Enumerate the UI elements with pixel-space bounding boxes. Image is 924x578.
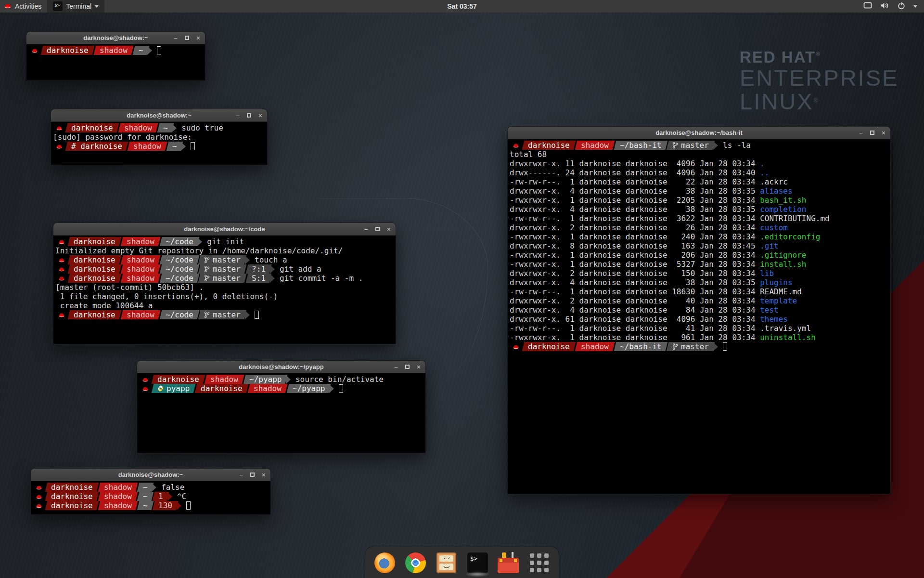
firefox-icon[interactable] xyxy=(373,551,396,574)
prompt-segment-path: ~ xyxy=(132,46,149,55)
window-titlebar[interactable]: darknoise@shadow:~ −× xyxy=(51,109,267,122)
output-line: drwxrwxr-x. 11 darknoise darknoise 4096 … xyxy=(510,159,890,168)
close-button[interactable]: × xyxy=(196,35,200,41)
maximize-button[interactable] xyxy=(375,227,380,231)
maximize-button[interactable] xyxy=(247,113,251,118)
terminal-window-home: darknoise@shadow:~ −× darknoiseshadow~ xyxy=(26,31,205,81)
terminal-content[interactable]: darknoiseshadow~sudo true[sudo] password… xyxy=(51,122,267,164)
close-button[interactable]: × xyxy=(258,112,262,119)
minimize-button[interactable]: − xyxy=(174,35,178,41)
maximize-button[interactable] xyxy=(405,365,410,369)
terminal-window-bash-it: darknoise@shadow:~/bash-it −× darknoises… xyxy=(507,126,891,494)
chrome-icon[interactable] xyxy=(404,551,427,574)
prompt-segment-path: ~ xyxy=(137,483,153,492)
minimize-button[interactable]: − xyxy=(239,472,243,478)
terminal-window-pyapp: darknoise@shadow:~/pyapp −× darknoisesha… xyxy=(137,360,426,453)
window-title: darknoise@shadow:~/bash-it xyxy=(508,129,890,136)
minimize-button[interactable]: − xyxy=(394,364,398,370)
redhat-icon xyxy=(55,266,67,272)
file-name: aliases xyxy=(760,186,792,196)
prompt-segment-path: ~/pyapp xyxy=(243,375,287,384)
terminal-icon[interactable]: $> xyxy=(466,551,489,574)
toolbox-icon[interactable] xyxy=(497,551,520,574)
prompt-segment-user: # darknoise xyxy=(65,142,128,151)
prompt-segment-host: shadow xyxy=(128,142,167,151)
output-line: drwx------. 24 darknoise darknoise 4096 … xyxy=(510,168,890,177)
file-name: .. xyxy=(760,168,769,177)
dock: $> xyxy=(365,547,559,578)
minimize-button[interactable]: − xyxy=(236,112,240,119)
clock[interactable]: Sat 03:57 xyxy=(447,2,476,10)
prompt-segment-path: ~/code xyxy=(159,237,199,246)
prompt-segment-user: darknoise xyxy=(45,483,99,492)
window-titlebar[interactable]: darknoise@shadow:~/code −× xyxy=(53,223,396,236)
redhat-brand-logo: RED HAT® ENTERPRISE LINUX® xyxy=(740,48,898,114)
prompt-segment-path: ~/bash-it xyxy=(614,141,667,150)
window-title: darknoise@shadow:~ xyxy=(31,471,270,478)
terminal-cursor xyxy=(191,142,195,150)
display-icon[interactable] xyxy=(863,2,872,11)
close-button[interactable]: × xyxy=(417,364,421,370)
activities-button[interactable]: Activities xyxy=(0,0,47,13)
file-name: README.md xyxy=(760,287,802,296)
system-tray[interactable] xyxy=(863,0,924,13)
volume-icon[interactable] xyxy=(880,2,889,11)
app-grid-icon[interactable] xyxy=(528,551,551,574)
app-menu[interactable]: $> Terminal xyxy=(47,0,104,13)
window-titlebar[interactable]: darknoise@shadow:~/pyapp −× xyxy=(137,361,425,373)
prompt-segment-host: shadow xyxy=(120,255,160,264)
window-titlebar[interactable]: darknoise@shadow:~/bash-it −× xyxy=(508,127,890,139)
prompt-segment-path: ~/code xyxy=(159,255,199,264)
minimize-button[interactable]: − xyxy=(364,226,368,233)
prompt-segment-user: darknoise xyxy=(68,274,121,283)
files-icon[interactable] xyxy=(435,551,458,574)
prompt-line: darknoiseshadow~/codemaster?:1git add a xyxy=(55,264,395,274)
close-button[interactable]: × xyxy=(262,472,266,478)
prompt-segment-user: darknoise xyxy=(45,501,99,510)
prompt-segment-venv: pyapp xyxy=(152,384,196,393)
power-icon[interactable] xyxy=(898,2,905,11)
app-menu-label: Terminal xyxy=(66,2,91,10)
terminal-content[interactable]: darknoiseshadow~/pyappsource bin/activat… xyxy=(138,374,425,452)
redhat-icon xyxy=(55,312,67,318)
close-button[interactable]: × xyxy=(882,130,886,136)
registered-mark: ® xyxy=(816,51,821,57)
registered-mark: ® xyxy=(813,97,819,104)
redhat-icon xyxy=(33,485,45,490)
file-name: .git xyxy=(760,241,779,250)
terminal-content[interactable]: darknoiseshadow~falsedarknoiseshadow~1^C… xyxy=(31,482,270,514)
prompt-line: darknoiseshadow~/bash-itmaster xyxy=(510,342,890,351)
close-button[interactable]: × xyxy=(387,226,391,233)
output-line: drwxrwxr-x. 4 darknoise darknoise 38 Jan… xyxy=(510,205,890,214)
command-text: git commit -a -m . xyxy=(280,274,363,283)
window-title: darknoise@shadow:~/pyapp xyxy=(137,363,425,370)
prompt-line: darknoiseshadow~/codegit init xyxy=(55,237,395,246)
prompt-line: darknoiseshadow~ xyxy=(28,46,205,55)
prompt-segment-path: ~ xyxy=(166,142,182,151)
prompt-segment-host: shadow xyxy=(118,123,158,132)
file-name: template xyxy=(760,296,797,305)
prompt-segment-path: ~/bash-it xyxy=(614,342,667,351)
window-titlebar[interactable]: darknoise@shadow:~ −× xyxy=(26,32,205,44)
prompt-segment-branch: master xyxy=(198,264,247,274)
minimize-button[interactable]: − xyxy=(859,130,863,136)
maximize-button[interactable] xyxy=(250,473,255,477)
terminal-content[interactable]: darknoiseshadow~/codegit initInitialized… xyxy=(54,236,395,343)
terminal-content[interactable]: darknoiseshadow~ xyxy=(27,45,205,80)
maximize-button[interactable] xyxy=(185,36,189,40)
top-bar: Activities $> Terminal Sat 03:57 xyxy=(0,0,924,13)
chevron-down-icon[interactable] xyxy=(913,5,917,8)
output-line: create mode 100644 a xyxy=(55,301,395,310)
command-text: git init xyxy=(207,237,244,246)
prompt-line: darknoiseshadow~130 xyxy=(33,501,270,510)
output-line: -rw-rw-r--. 1 darknoise darknoise 41 Jan… xyxy=(510,324,890,333)
redhat-icon xyxy=(139,377,151,382)
file-name: CONTRIBUTING.md xyxy=(760,214,830,223)
terminal-content[interactable]: darknoiseshadow~/bash-itmasterls -latota… xyxy=(508,140,890,493)
window-titlebar[interactable]: darknoise@shadow:~ −× xyxy=(31,469,270,481)
terminal-window-exit-codes: darknoise@shadow:~ −× darknoiseshadow~fa… xyxy=(30,468,271,515)
window-title: darknoise@shadow:~/code xyxy=(53,225,396,233)
maximize-button[interactable] xyxy=(870,131,874,135)
prompt-segment-exit: 1 xyxy=(153,492,169,501)
prompt-segment-path: ~ xyxy=(137,501,153,510)
